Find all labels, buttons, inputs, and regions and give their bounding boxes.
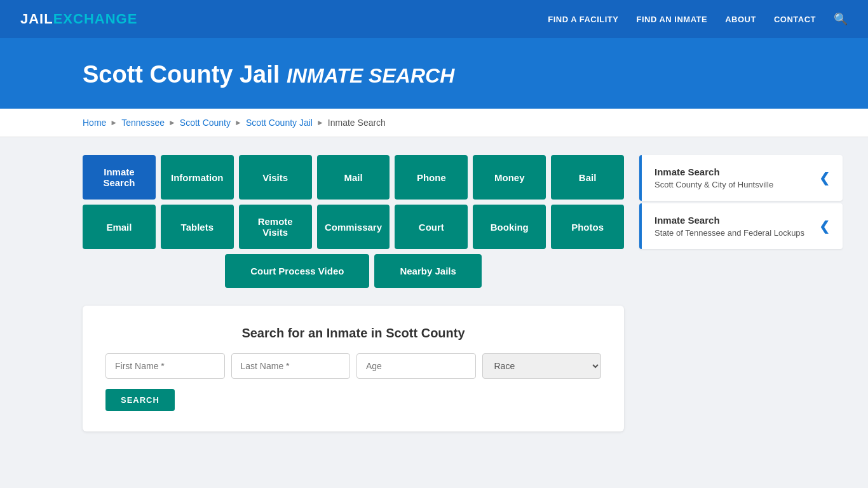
breadcrumb-sep-3: ► (234, 118, 242, 127)
breadcrumb-home[interactable]: Home (83, 118, 106, 128)
breadcrumb-sep-2: ► (168, 118, 176, 127)
nav-btn-tablets[interactable]: Tablets (161, 205, 234, 249)
nav-find-inmate[interactable]: FIND AN INMATE (636, 15, 707, 24)
last-name-input[interactable] (231, 353, 351, 379)
nav-contact[interactable]: CONTACT (774, 15, 816, 24)
chevron-down-icon-2: ❮ (819, 219, 830, 234)
nav-btn-information[interactable]: Information (161, 155, 234, 200)
nav-btn-court-process-video[interactable]: Court Process Video (225, 254, 369, 288)
sidebar-item-scott-county[interactable]: Inmate Search Scott County & City of Hun… (639, 155, 843, 201)
breadcrumb-tennessee[interactable]: Tennessee (121, 118, 165, 128)
sidebar-item-text-1: Inmate Search Scott County & City of Hun… (654, 166, 773, 189)
nav-btn-court[interactable]: Court (395, 205, 468, 249)
nav-about[interactable]: ABOUT (725, 15, 756, 24)
content-area: Inmate Search Information Visits Mail Ph… (83, 155, 624, 431)
sidebar-item-tennessee[interactable]: Inmate Search State of Tennessee and Fed… (639, 203, 843, 249)
nav-btn-commissary[interactable]: Commissary (317, 205, 390, 249)
hero-banner: Scott County Jail INMATE SEARCH (0, 38, 868, 109)
nav-row-last: Court Process Video Nearby Jails (83, 254, 624, 288)
nav-btn-nearby-jails[interactable]: Nearby Jails (374, 254, 481, 288)
sidebar-item-text-2: Inmate Search State of Tennessee and Fed… (654, 215, 804, 238)
sidebar-item-subtitle-1: Scott County & City of Huntsville (654, 180, 773, 189)
main-wrapper: Inmate Search Information Visits Mail Ph… (0, 137, 868, 449)
nav-find-facility[interactable]: FIND A FACILITY (548, 15, 618, 24)
nav-btn-booking[interactable]: Booking (473, 205, 546, 249)
nav-btn-phone[interactable]: Phone (395, 155, 468, 200)
hero-title-italic: INMATE SEARCH (287, 64, 454, 87)
site-logo[interactable]: JAILEXCHANGE (20, 11, 137, 27)
nav-row-2: Email Tablets Remote Visits Commissary C… (83, 205, 624, 249)
logo-exchange: EXCHANGE (53, 11, 138, 27)
logo-jail: JAIL (20, 11, 53, 27)
navbar: JAILEXCHANGE FIND A FACILITY FIND AN INM… (0, 0, 868, 38)
breadcrumb: Home ► Tennessee ► Scott County ► Scott … (0, 109, 868, 137)
first-name-input[interactable] (105, 353, 225, 379)
nav-btn-bail[interactable]: Bail (551, 155, 624, 200)
race-select[interactable]: Race White Black Hispanic Asian Other (482, 353, 602, 379)
navbar-links: FIND A FACILITY FIND AN INMATE ABOUT CON… (548, 12, 848, 26)
nav-btn-visits[interactable]: Visits (239, 155, 312, 200)
search-card: Search for an Inmate in Scott County Rac… (83, 306, 624, 431)
nav-btn-inmate-search[interactable]: Inmate Search (83, 155, 156, 200)
sidebar: Inmate Search Scott County & City of Hun… (639, 155, 843, 431)
search-fields: Race White Black Hispanic Asian Other (105, 353, 601, 379)
search-icon-button[interactable]: 🔍 (834, 12, 848, 26)
chevron-down-icon-1: ❮ (819, 170, 830, 186)
nav-btn-email[interactable]: Email (83, 205, 156, 249)
nav-row-1: Inmate Search Information Visits Mail Ph… (83, 155, 624, 200)
sidebar-item-subtitle-2: State of Tennessee and Federal Lockups (654, 228, 804, 238)
nav-btn-money[interactable]: Money (473, 155, 546, 200)
nav-buttons: Inmate Search Information Visits Mail Ph… (83, 155, 624, 288)
age-input[interactable] (356, 353, 476, 379)
breadcrumb-sep-1: ► (110, 118, 118, 127)
nav-btn-remote-visits[interactable]: Remote Visits (239, 205, 312, 249)
nav-btn-photos[interactable]: Photos (551, 205, 624, 249)
sidebar-item-title-2: Inmate Search (654, 215, 804, 226)
breadcrumb-scott-county[interactable]: Scott County (180, 118, 231, 128)
breadcrumb-sep-4: ► (316, 118, 324, 127)
page-title: Scott County Jail INMATE SEARCH (83, 61, 843, 88)
sidebar-item-title-1: Inmate Search (654, 166, 773, 177)
hero-title-main: Scott County Jail (83, 61, 280, 88)
search-button[interactable]: SEARCH (105, 389, 175, 411)
search-card-title: Search for an Inmate in Scott County (105, 326, 601, 341)
breadcrumb-current: Inmate Search (328, 118, 386, 128)
nav-btn-mail[interactable]: Mail (317, 155, 390, 200)
breadcrumb-scott-county-jail[interactable]: Scott County Jail (246, 118, 313, 128)
